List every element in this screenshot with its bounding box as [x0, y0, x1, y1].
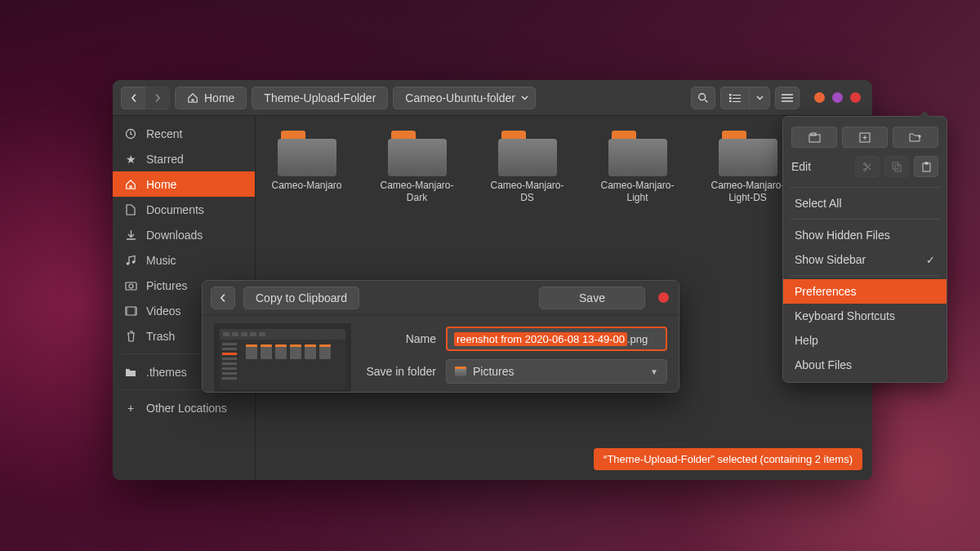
- menu-select-all[interactable]: Select All: [783, 191, 947, 216]
- check-icon: ✓: [926, 254, 935, 266]
- plus-icon: +: [124, 402, 137, 415]
- folder-label: Save in folder: [363, 365, 436, 378]
- sidebar-item-label: Trash: [146, 330, 175, 343]
- folder-item[interactable]: Cameo-Manjaro-Light: [595, 131, 680, 204]
- svg-point-0: [699, 93, 706, 100]
- dialog-close-button[interactable]: [658, 292, 669, 303]
- sidebar-item-home[interactable]: Home: [113, 171, 255, 197]
- folder-icon: [719, 131, 777, 176]
- folder-icon: [388, 131, 447, 176]
- view-dropdown-button[interactable]: [749, 87, 770, 109]
- chevron-down-icon: [521, 96, 528, 100]
- breadcrumb-l2[interactable]: Cameo-Ubuntu-folder: [393, 87, 536, 109]
- sidebar-item-downloads[interactable]: Downloads: [113, 222, 255, 247]
- sidebar-item-label: Starred: [146, 153, 184, 166]
- menu-show-sidebar[interactable]: Show Sidebar✓: [783, 247, 947, 272]
- home-icon: [124, 178, 137, 191]
- trash-icon: [124, 330, 137, 343]
- folder-item[interactable]: Cameo-Manjaro-Light-DS: [705, 131, 791, 204]
- svg-rect-2: [733, 95, 741, 96]
- filename-input[interactable]: reenshot from 2020-06-08 13-49-00.png: [446, 327, 667, 351]
- folder-icon: [455, 367, 466, 376]
- folder-icon: [498, 131, 557, 176]
- search-icon: [697, 92, 709, 104]
- breadcrumb-home-label: Home: [204, 91, 234, 104]
- download-icon: [124, 229, 137, 242]
- minimize-button[interactable]: [814, 92, 825, 103]
- menu-edit-row: Edit: [783, 153, 947, 184]
- sidebar-item-recent[interactable]: Recent: [113, 121, 255, 146]
- camera-icon: [124, 279, 137, 292]
- header-bar: Home Theme-Upload-Folder Cameo-Ubuntu-fo…: [113, 80, 872, 116]
- breadcrumb-l2-label: Cameo-Ubuntu-folder: [405, 91, 515, 104]
- svg-rect-10: [126, 282, 136, 290]
- screenshot-thumbnail: [214, 323, 351, 392]
- filename-selected-text: reenshot from 2020-06-08 13-49-00: [454, 332, 627, 346]
- home-icon: [187, 92, 198, 104]
- back-button[interactable]: [121, 87, 145, 109]
- sidebar-item-label: Videos: [146, 304, 181, 318]
- breadcrumb-home[interactable]: Home: [175, 87, 247, 109]
- hamburger-menu: Edit Select All Show Hidden Files Show S…: [782, 116, 947, 383]
- filename-tail: .png: [627, 333, 648, 345]
- folder-label: Cameo-Manjaro-Light-DS: [705, 180, 791, 204]
- dialog-body: Name reenshot from 2020-06-08 13-49-00.p…: [203, 315, 679, 402]
- folder-combo[interactable]: Pictures ▼: [446, 359, 667, 384]
- dialog-title: Copy to Clipboard: [243, 287, 359, 309]
- paste-button[interactable]: [914, 156, 938, 177]
- sidebar-item-label: Documents: [146, 203, 204, 216]
- folder-icon: [608, 131, 667, 176]
- folder-icon: [124, 366, 137, 379]
- folder-item[interactable]: Cameo-Manjaro-Dark: [374, 131, 460, 204]
- svg-point-9: [132, 260, 136, 264]
- breadcrumb-l1[interactable]: Theme-Upload-Folder: [252, 87, 388, 109]
- folder-label: Cameo-Manjaro-Light: [595, 180, 680, 204]
- dialog-back-button[interactable]: [211, 287, 235, 309]
- svg-rect-3: [729, 97, 732, 100]
- menu-edit-label: Edit: [791, 160, 850, 173]
- chevron-down-icon: [756, 96, 764, 100]
- sidebar-item-starred[interactable]: ★Starred: [113, 146, 255, 171]
- menu-about[interactable]: About Files: [783, 353, 947, 377]
- view-list-button[interactable]: [720, 87, 749, 109]
- star-icon: ★: [124, 153, 137, 166]
- hamburger-button[interactable]: [775, 87, 800, 109]
- svg-rect-6: [733, 101, 741, 102]
- folder-label: Cameo-Manjaro-Dark: [374, 180, 460, 204]
- svg-rect-14: [134, 307, 136, 315]
- menu-help[interactable]: Help: [783, 328, 947, 353]
- new-window-button[interactable]: [842, 127, 888, 148]
- cut-button[interactable]: [855, 156, 880, 177]
- menu-hidden-files[interactable]: Show Hidden Files: [783, 223, 947, 247]
- list-icon: [729, 94, 741, 102]
- sidebar-item-label: Home: [146, 178, 176, 191]
- search-button[interactable]: [691, 87, 715, 109]
- folder-grid: Cameo-Manjaro Cameo-Manjaro-Dark Cameo-M…: [264, 126, 864, 204]
- svg-rect-4: [733, 98, 741, 99]
- menu-keyboard-shortcuts[interactable]: Keyboard Shortcuts: [783, 304, 947, 328]
- menu-preferences[interactable]: Preferences: [783, 279, 947, 304]
- sidebar-item-label: Music: [146, 254, 176, 267]
- nav-group: [121, 87, 170, 109]
- save-button[interactable]: Save: [539, 287, 645, 309]
- sidebar-item-music[interactable]: Music: [113, 247, 255, 273]
- copy-button[interactable]: [884, 156, 909, 177]
- maximize-button[interactable]: [832, 92, 843, 103]
- sidebar-item-label: .themes: [146, 366, 187, 379]
- hamburger-icon: [782, 94, 793, 102]
- folder-item[interactable]: Cameo-Manjaro-DS: [484, 131, 570, 204]
- folder-item[interactable]: Cameo-Manjaro: [264, 131, 350, 204]
- new-tab-button[interactable]: [791, 127, 837, 148]
- new-folder-button[interactable]: [893, 127, 938, 148]
- svg-point-8: [127, 262, 130, 265]
- forward-button[interactable]: [145, 87, 170, 109]
- svg-rect-5: [729, 100, 732, 102]
- music-icon: [124, 254, 137, 267]
- close-button[interactable]: [850, 92, 861, 103]
- sidebar-item-documents[interactable]: Documents: [113, 197, 255, 222]
- menu-new-row: [783, 122, 947, 153]
- folder-icon: [278, 131, 336, 176]
- chevron-left-icon: [219, 294, 227, 302]
- clock-icon: [124, 127, 137, 140]
- breadcrumb-l1-label: Theme-Upload-Folder: [264, 91, 376, 104]
